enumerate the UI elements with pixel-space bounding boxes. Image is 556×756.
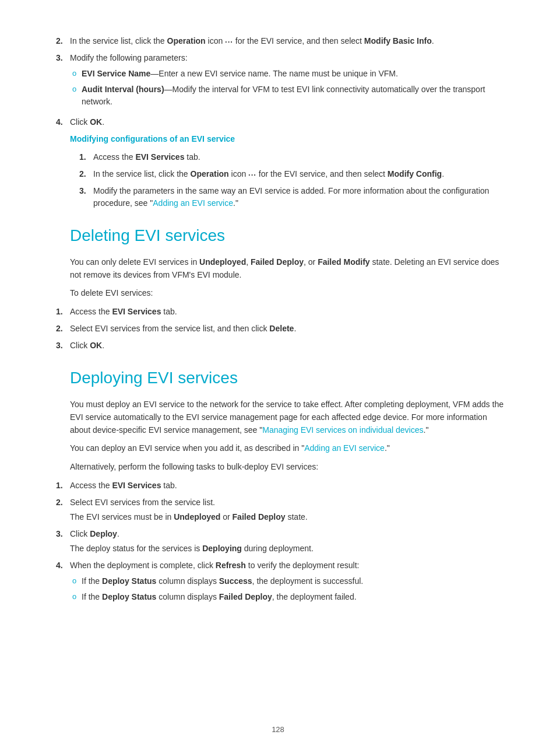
mod-step2-operation-label: Operation [191, 169, 229, 178]
step2-mid2-text: for the EVI service, and then select [233, 36, 364, 46]
dep-sub-item-success: o If the Deploy Status column displays S… [70, 575, 509, 587]
del-steps-list: 1. Access the EVI Services tab. 2. Selec… [47, 306, 509, 352]
step4-text: Click [70, 117, 90, 127]
dep-deploying-label: Deploying [202, 544, 242, 553]
step2-operation-label: Operation [167, 36, 206, 46]
step-4: 4. Click OK. [47, 116, 509, 128]
dep-step4-sub-list: o If the Deploy Status column displays S… [70, 575, 509, 603]
dep-deploy-label: Deploy [90, 529, 117, 538]
bullet-icon: o [72, 68, 82, 80]
adding-evi-service-link-2[interactable]: Adding an EVI service [304, 443, 385, 453]
mod-step-1: 1. Access the EVI Services tab. [70, 151, 509, 163]
del-step-3: 3. Click OK. [47, 340, 509, 352]
step2-modify-basic-info-label: Modify Basic Info [364, 36, 432, 46]
del-to-text: To delete EVI services: [47, 287, 509, 300]
dep-para1: You must deploy an EVI service to the ne… [47, 398, 509, 436]
bullet-icon-2: o [72, 83, 82, 108]
dep-para2: You can deploy an EVI service when you a… [47, 442, 509, 455]
sub-item-evi-service-name: o EVI Service Name—Enter a new EVI servi… [70, 68, 509, 80]
dep-deploy-status-label-2: Deploy Status [102, 592, 156, 601]
dep-failed-deploy-label: Failed Deploy [233, 512, 286, 522]
del-step-2: 2. Select EVI services from the service … [47, 323, 509, 335]
dep-step1-evi-services-label: EVI Services [112, 481, 161, 490]
page: 2. In the service list, click the Operat… [0, 0, 556, 756]
bullet-icon-4: o [72, 591, 82, 603]
operation-icon: ··· [225, 36, 233, 48]
dep-success-label: Success [219, 576, 252, 586]
dep-refresh-label: Refresh [216, 561, 246, 570]
del-step2-delete-label: Delete [269, 324, 294, 333]
del-step-1: 1. Access the EVI Services tab. [47, 306, 509, 318]
sub1-text: —Enter a new EVI service name. The name … [150, 69, 398, 78]
managing-evi-services-link[interactable]: Managing EVI services on individual devi… [262, 425, 423, 435]
mod-step1-evi-services-label: EVI Services [135, 152, 184, 162]
dep-sub-item-failed: o If the Deploy Status column displays F… [70, 591, 509, 603]
dep-step-2: 2. Select EVI services from the service … [47, 496, 509, 523]
dep-para3: Alternatively, perform the following tas… [47, 461, 509, 474]
page-number: 128 [0, 724, 556, 736]
deploying-evi-services-heading: Deploying EVI services [47, 366, 509, 390]
del-failed-deploy-label: Failed Deploy [251, 257, 304, 267]
adding-evi-service-link-1[interactable]: Adding an EVI service [153, 198, 233, 208]
mod-step-3: 3. Modify the parameters in the same way… [70, 185, 509, 209]
dep-step-4: 4. When the deployment is complete, clic… [47, 559, 509, 607]
deleting-evi-services-heading: Deleting EVI services [47, 223, 509, 248]
dep-deploy-status-label-1: Deploy Status [102, 576, 156, 586]
dep-failed-deploy-result-label: Failed Deploy [219, 592, 272, 601]
step4-ok-label: OK [90, 117, 102, 127]
dep-step3-substep: The deploy status for the services is De… [70, 542, 509, 555]
dep-step-3: 3. Click Deploy. The deploy status for t… [47, 528, 509, 555]
dep-step2-substep: The EVI services must be in Undeployed o… [70, 511, 509, 523]
del-para: You can only delete EVI services in Unde… [47, 256, 509, 281]
sub-item-audit-interval: o Audit Interval (hours)—Modify the inte… [70, 83, 509, 108]
evi-service-name-label: EVI Service Name [82, 69, 150, 78]
modifying-configs-heading: Modifying configurations of an EVI servi… [70, 133, 509, 145]
del-undeployed-label: Undeployed [199, 257, 246, 267]
dep-undeployed-label: Undeployed [174, 512, 220, 522]
step-3: 3. Modify the following parameters: o EV… [47, 52, 509, 111]
mod-operation-icon: ··· [248, 169, 256, 181]
del-step1-evi-services-label: EVI Services [112, 307, 161, 316]
step3-sub-list: o EVI Service Name—Enter a new EVI servi… [70, 68, 509, 108]
mod-step2-modify-config-label: Modify Config [388, 169, 442, 178]
audit-interval-label: Audit Interval (hours) [82, 85, 164, 94]
mod-steps-list: 1. Access the EVI Services tab. 2. In th… [70, 151, 509, 209]
step3-intro-text: Modify the following parameters: [70, 53, 188, 62]
mod-step-2: 2. In the service list, click the Operat… [70, 168, 509, 180]
step2-intro-text: In the service list, click the [70, 36, 167, 46]
step-2: 2. In the service list, click the Operat… [47, 35, 509, 47]
dep-step-1: 1. Access the EVI Services tab. [47, 480, 509, 492]
dep-steps-list: 1. Access the EVI Services tab. 2. Selec… [47, 480, 509, 607]
top-steps-list: 2. In the service list, click the Operat… [47, 35, 509, 128]
step2-icon-label: icon [206, 36, 223, 46]
bullet-icon-3: o [72, 575, 82, 587]
del-step3-ok-label: OK [90, 341, 102, 350]
del-failed-modify-label: Failed Modify [318, 257, 370, 267]
